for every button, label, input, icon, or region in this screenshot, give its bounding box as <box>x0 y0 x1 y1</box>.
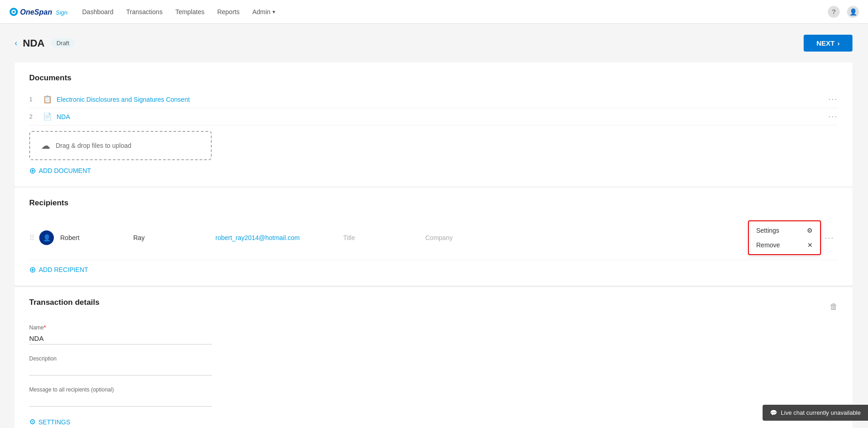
transaction-header: Transaction details 🗑 <box>29 298 838 315</box>
remove-label: Remove <box>756 241 780 249</box>
svg-point-2 <box>13 10 15 13</box>
upload-cloud-icon: ☁ <box>41 140 50 151</box>
message-field-group: Message to all recipients (optional) <box>29 386 212 407</box>
recipient-last-name[interactable]: Ray <box>133 234 215 241</box>
svg-text:Sign: Sign <box>56 9 68 16</box>
next-arrow-icon: › <box>837 39 840 47</box>
name-field-group: Name* <box>29 324 212 344</box>
upload-dropzone[interactable]: ☁ Drag & drop files to upload <box>29 131 212 160</box>
table-row: 2 📄 NDA ··· <box>29 108 838 125</box>
doc-menu-button[interactable]: ··· <box>828 112 838 121</box>
recipients-title: Recipients <box>29 198 838 208</box>
add-circle-icon: ⊕ <box>29 265 36 275</box>
table-row: 1 📋 Electronic Disclosures and Signature… <box>29 91 838 108</box>
avatar: 👤 <box>39 230 54 245</box>
transaction-details-title: Transaction details <box>29 298 99 307</box>
name-label: Name* <box>29 324 212 331</box>
message-input[interactable] <box>29 395 212 407</box>
add-document-button[interactable]: ⊕ ADD DOCUMENT <box>29 166 91 176</box>
nav-transactions[interactable]: Transactions <box>126 8 163 16</box>
description-input[interactable] <box>29 364 212 376</box>
transaction-details-section: Transaction details 🗑 Name* Description … <box>15 287 852 428</box>
required-indicator: * <box>44 324 46 331</box>
remove-menu-item[interactable]: Remove ✕ <box>749 238 820 252</box>
chat-bubble-icon: 💬 <box>770 409 777 416</box>
page-header: ‹ NDA Draft NEXT › <box>15 35 852 52</box>
help-icon[interactable]: ? <box>828 6 840 18</box>
description-field-group: Description <box>29 355 212 376</box>
description-label: Description <box>29 355 212 362</box>
recipient-company-placeholder[interactable]: Company <box>425 234 507 241</box>
recipient-row: ⠿ 👤 Robert Ray robert_ray2014@hotmail.co… <box>29 216 838 260</box>
document-list: 1 📋 Electronic Disclosures and Signature… <box>29 91 838 125</box>
page-content: ‹ NDA Draft NEXT › Documents 1 📋 Electro… <box>0 24 867 428</box>
next-button[interactable]: NEXT › <box>804 35 852 52</box>
back-button[interactable]: ‹ <box>15 38 17 48</box>
add-recipient-button[interactable]: ⊕ ADD RECIPIENT <box>29 265 88 275</box>
user-icon[interactable]: 👤 <box>847 6 859 18</box>
nav-right: ? 👤 <box>828 6 859 18</box>
doc-menu-button[interactable]: ··· <box>828 94 838 104</box>
documents-title: Documents <box>29 73 838 83</box>
doc-name[interactable]: Electronic Disclosures and Signatures Co… <box>57 96 828 103</box>
doc-name[interactable]: NDA <box>57 113 828 120</box>
page-title: NDA <box>23 37 45 49</box>
settings-menu-item[interactable]: Settings ⚙ <box>749 223 820 238</box>
admin-chevron-icon: ▾ <box>272 9 275 15</box>
doc-file-icon: 📋 <box>43 95 52 104</box>
upload-label: Drag & drop files to upload <box>56 142 131 149</box>
doc-number: 2 <box>29 113 38 120</box>
nav-templates[interactable]: Templates <box>175 8 204 16</box>
doc-file-icon: 📄 <box>43 112 52 121</box>
message-label: Message to all recipients (optional) <box>29 386 212 393</box>
trash-icon[interactable]: 🗑 <box>830 302 838 312</box>
close-icon: ✕ <box>807 241 813 249</box>
settings-gear-icon: ⚙ <box>29 418 36 426</box>
drag-handle-icon[interactable]: ⠿ <box>29 234 35 242</box>
nav-links: Dashboard Transactions Templates Reports… <box>82 8 275 16</box>
add-circle-icon: ⊕ <box>29 166 36 176</box>
svg-text:OneSpan: OneSpan <box>20 8 52 16</box>
live-chat-label: Live chat currently unavailable <box>781 409 861 416</box>
logo[interactable]: OneSpan Sign <box>9 5 68 19</box>
recipient-email[interactable]: robert_ray2014@hotmail.com <box>215 234 343 241</box>
recipients-section: Recipients ⠿ 👤 Robert Ray robert_ray2014… <box>15 188 852 286</box>
name-input[interactable] <box>29 333 212 344</box>
recipient-actions: Settings ⚙ Remove ✕ ··· <box>748 220 838 255</box>
nav-reports[interactable]: Reports <box>217 8 240 16</box>
recipient-first-name[interactable]: Robert <box>60 234 133 241</box>
documents-section: Documents 1 📋 Electronic Disclosures and… <box>15 63 852 187</box>
settings-footer[interactable]: ⚙ SETTINGS <box>29 418 838 426</box>
navbar: OneSpan Sign Dashboard Transactions Temp… <box>0 0 868 24</box>
nav-admin[interactable]: Admin ▾ <box>252 8 275 16</box>
settings-footer-label: SETTINGS <box>38 418 70 426</box>
context-menu: Settings ⚙ Remove ✕ <box>748 220 821 255</box>
doc-number: 1 <box>29 96 38 103</box>
live-chat-badge[interactable]: 💬 Live chat currently unavailable <box>763 405 868 421</box>
draft-badge: Draft <box>51 39 75 47</box>
nav-dashboard[interactable]: Dashboard <box>82 8 114 16</box>
settings-label: Settings <box>756 227 779 234</box>
recipient-title-placeholder[interactable]: Title <box>343 234 425 241</box>
settings-gear-icon: ⚙ <box>807 227 813 234</box>
recipient-three-dots-button[interactable]: ··· <box>825 233 834 243</box>
